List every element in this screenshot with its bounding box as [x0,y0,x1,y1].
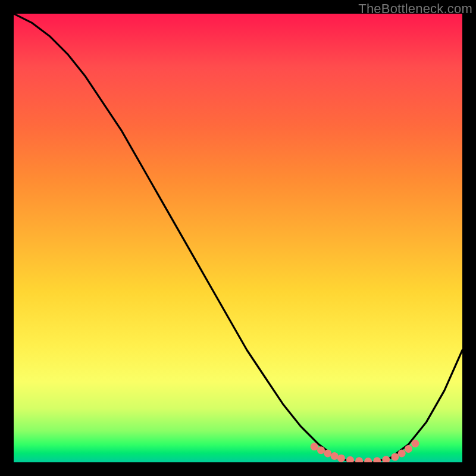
highlight-dot [311,443,318,450]
highlight-dot [317,446,325,454]
highlight-dot [391,453,399,461]
highlight-dot [398,449,406,457]
highlight-dot [373,457,381,462]
highlight-dot [346,456,354,462]
highlight-dot [331,452,339,460]
highlight-dots-group [311,440,419,462]
chart-frame: TheBottleneck.com [0,0,476,476]
chart-plot-area [14,14,462,462]
highlight-dot [355,457,363,462]
highlight-dot [405,445,412,453]
highlight-dot [337,455,345,462]
highlight-dot [382,456,390,462]
highlight-dot [364,458,372,462]
bottleneck-curve-line [14,14,462,462]
highlight-dot [411,440,419,447]
highlight-dot [324,449,331,457]
chart-svg [14,14,462,462]
